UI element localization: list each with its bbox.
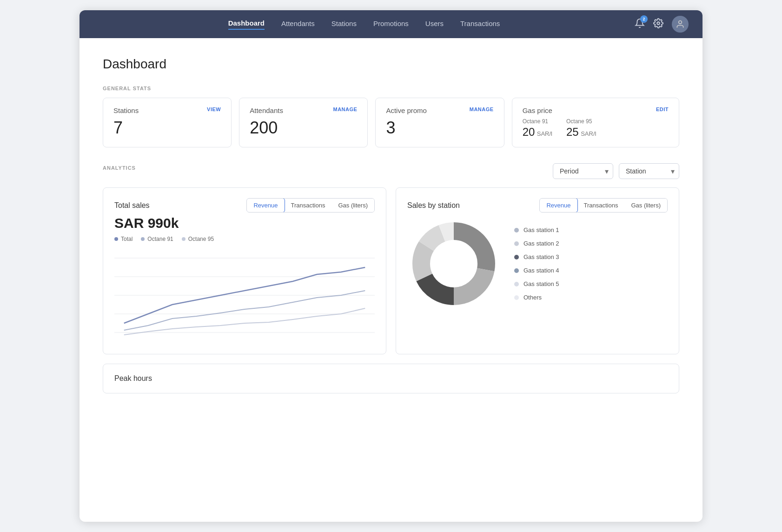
legend-octane95: Octane 95 xyxy=(182,236,214,242)
svg-point-13 xyxy=(433,243,474,284)
analytics-header: ANALYTICS Period Daily Weekly Monthly St… xyxy=(103,163,679,179)
page-title: Dashboard xyxy=(103,57,679,72)
attendants-manage-button[interactable]: MANAGE xyxy=(333,106,358,112)
line-chart-svg xyxy=(114,249,375,342)
nav-links: DashboardAttendantsStationsPromotionsUse… xyxy=(93,19,635,30)
total-sales-title: Total sales xyxy=(114,201,150,210)
legend-octane91: Octane 91 xyxy=(141,236,173,242)
promo-card-header: Active promo MANAGE xyxy=(386,106,493,114)
station-tab-gas[interactable]: Gas (liters) xyxy=(624,199,667,212)
donut-legend-4: Gas station 4 xyxy=(514,267,559,274)
donut-legend-label-4: Gas station 4 xyxy=(524,267,559,274)
notification-button[interactable]: 2 xyxy=(635,18,645,31)
charts-grid: Total sales Revenue Transactions Gas (li… xyxy=(103,187,679,354)
general-stats-label: GENERAL STATS xyxy=(103,86,679,91)
octane95-label: Octane 95 xyxy=(566,118,596,125)
donut-legend-3: Gas station 3 xyxy=(514,253,559,260)
user-avatar[interactable] xyxy=(672,16,689,33)
stations-stat-card: Stations VIEW 7 xyxy=(103,98,232,147)
total-sales-header: Total sales Revenue Transactions Gas (li… xyxy=(114,198,375,213)
period-select-wrapper: Period Daily Weekly Monthly xyxy=(553,163,613,179)
donut-legend-dot-1 xyxy=(514,228,519,233)
nav-link-stations[interactable]: Stations xyxy=(331,20,357,29)
octane95-unit: SAR/l xyxy=(581,130,596,137)
donut-legend-label-5: Gas station 5 xyxy=(524,280,559,287)
octane91-value: 20 xyxy=(523,126,535,138)
octane95-col: Octane 95 25 SAR/l xyxy=(566,118,596,139)
donut-legend-label-2: Gas station 2 xyxy=(524,240,559,247)
legend-octane95-dot xyxy=(182,237,186,241)
active-promo-stat-card: Active promo MANAGE 3 xyxy=(375,98,504,147)
svg-point-1 xyxy=(679,21,682,24)
octane95-value: 25 xyxy=(566,126,579,138)
total-sales-tab-gas[interactable]: Gas (liters) xyxy=(331,199,374,212)
total-sales-chart-card: Total sales Revenue Transactions Gas (li… xyxy=(103,187,386,354)
stations-card-header: Stations VIEW xyxy=(113,106,221,114)
main-content: Dashboard GENERAL STATS Stations VIEW 7 … xyxy=(80,38,702,412)
sales-by-station-chart-card: Sales by station Revenue Transactions Ga… xyxy=(396,187,679,354)
total-sales-tab-revenue[interactable]: Revenue xyxy=(246,198,285,213)
stats-grid: Stations VIEW 7 Attendants MANAGE 200 Ac… xyxy=(103,98,679,147)
station-tab-transactions[interactable]: Transactions xyxy=(577,199,625,212)
octane91-col: Octane 91 20 SAR/l xyxy=(523,118,552,139)
nav-link-attendants[interactable]: Attendants xyxy=(281,20,315,29)
total-sales-value: SAR 990k xyxy=(114,215,375,231)
donut-legend-1: Gas station 1 xyxy=(514,226,559,233)
total-sales-tab-transactions[interactable]: Transactions xyxy=(285,199,332,212)
donut-legend-2: Gas station 2 xyxy=(514,240,559,247)
donut-legend-dot-4 xyxy=(514,268,519,273)
donut-legend-label-6: Others xyxy=(524,294,542,301)
nav-link-users[interactable]: Users xyxy=(425,20,444,29)
donut-legend-dot-5 xyxy=(514,282,519,286)
legend-octane91-dot xyxy=(141,237,145,241)
attendants-card-header: Attendants MANAGE xyxy=(250,106,357,114)
attendants-card-title: Attendants xyxy=(250,106,283,114)
app-container: DashboardAttendantsStationsPromotionsUse… xyxy=(80,10,702,522)
peak-hours-title: Peak hours xyxy=(114,374,668,383)
total-sales-tabs: Revenue Transactions Gas (liters) xyxy=(246,198,375,213)
gas-price-card-title: Gas price xyxy=(523,106,552,114)
attendants-stat-card: Attendants MANAGE 200 xyxy=(239,98,368,147)
gas-price-row: Octane 91 20 SAR/l Octane 95 25 SAR/l xyxy=(523,118,669,139)
legend-total: Total xyxy=(114,236,133,242)
octane91-label: Octane 91 xyxy=(523,118,552,125)
sales-by-station-tabs: Revenue Transactions Gas (liters) xyxy=(539,198,668,213)
legend-octane91-label: Octane 91 xyxy=(147,236,173,242)
gas-price-edit-button[interactable]: EDIT xyxy=(656,106,669,112)
donut-legend-6: Others xyxy=(514,294,559,301)
period-select[interactable]: Period Daily Weekly Monthly xyxy=(553,163,613,179)
promo-value: 3 xyxy=(386,118,493,138)
sales-by-station-header: Sales by station Revenue Transactions Ga… xyxy=(407,198,668,213)
donut-legend-dot-2 xyxy=(514,241,519,246)
donut-legend-label-3: Gas station 3 xyxy=(524,253,559,260)
nav-right: 2 xyxy=(635,16,689,33)
settings-button[interactable] xyxy=(653,18,663,31)
octane91-unit: SAR/l xyxy=(537,130,552,137)
total-sales-legend: Total Octane 91 Octane 95 xyxy=(114,236,375,242)
donut-legend-label-1: Gas station 1 xyxy=(524,226,559,233)
gas-price-stat-card: Gas price EDIT Octane 91 20 SAR/l Octane… xyxy=(512,98,679,147)
station-select[interactable]: Station Gas station 1 Gas station 2 Gas … xyxy=(619,163,679,179)
promo-manage-button[interactable]: MANAGE xyxy=(470,106,494,112)
navbar: DashboardAttendantsStationsPromotionsUse… xyxy=(80,10,702,38)
stations-card-title: Stations xyxy=(113,106,139,114)
notification-badge: 2 xyxy=(640,15,648,23)
peak-hours-card: Peak hours xyxy=(103,364,679,393)
legend-total-dot xyxy=(114,237,118,241)
station-select-wrapper: Station Gas station 1 Gas station 2 Gas … xyxy=(619,163,679,179)
promo-card-title: Active promo xyxy=(386,106,427,114)
nav-link-transactions[interactable]: Transactions xyxy=(460,20,500,29)
donut-legend-5: Gas station 5 xyxy=(514,280,559,287)
nav-link-dashboard[interactable]: Dashboard xyxy=(228,19,265,30)
svg-point-0 xyxy=(657,22,660,25)
stations-view-button[interactable]: VIEW xyxy=(207,106,221,112)
donut-chart-wrapper: Gas station 1 Gas station 2 Gas station … xyxy=(407,217,668,310)
attendants-value: 200 xyxy=(250,118,357,138)
stations-value: 7 xyxy=(113,118,221,138)
gas-price-card-header: Gas price EDIT xyxy=(523,106,669,114)
donut-legend: Gas station 1 Gas station 2 Gas station … xyxy=(514,226,559,301)
donut-chart-svg xyxy=(407,217,500,310)
donut-legend-dot-3 xyxy=(514,255,519,259)
nav-link-promotions[interactable]: Promotions xyxy=(373,20,409,29)
station-tab-revenue[interactable]: Revenue xyxy=(539,198,577,213)
